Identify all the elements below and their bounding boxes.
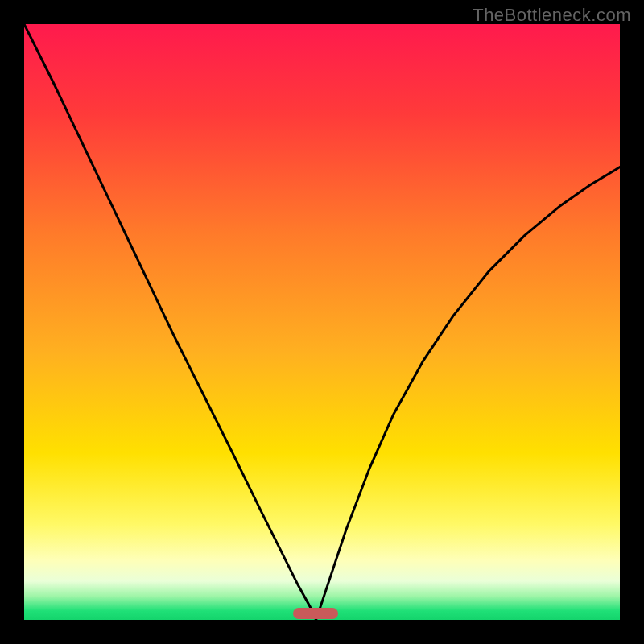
plot-area — [24, 24, 620, 620]
watermark-text: TheBottleneck.com — [473, 5, 631, 26]
min-region-marker — [293, 608, 338, 619]
right-curve — [316, 167, 620, 620]
left-curve — [24, 24, 316, 620]
curves-layer — [24, 24, 620, 620]
outer-frame: TheBottleneck.com — [0, 0, 644, 644]
